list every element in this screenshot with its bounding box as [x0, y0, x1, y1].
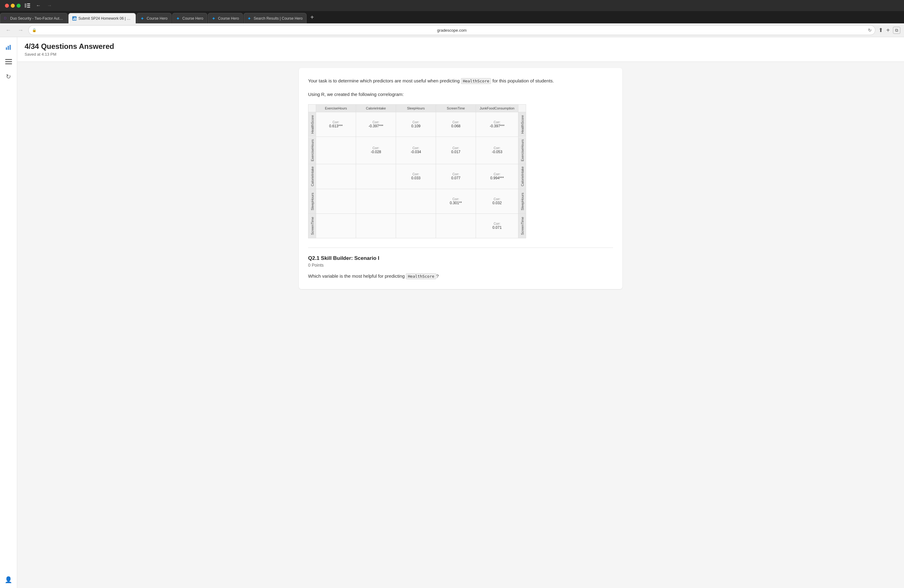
cell-2-3: Corr: 0.077	[436, 164, 476, 189]
questions-answered-label: Questions Answered	[39, 42, 114, 51]
cell-2-2: Corr: 0.033	[396, 164, 436, 189]
tab-duo[interactable]: D Duo Security - Two-Factor Authe...	[0, 13, 68, 24]
health-score-tag: HealthScore	[461, 78, 491, 84]
corr-row-4: ScreenTime Corr: 0.071 ScreenTime	[308, 214, 526, 238]
cell-0-3: Corr: 0.068	[436, 112, 476, 137]
cell-4-3	[436, 214, 476, 238]
q21-title: Q2.1 Skill Builder: Scenario I	[308, 255, 613, 261]
q21-section: Q2.1 Skill Builder: Scenario I 0 Points …	[308, 248, 613, 280]
forward-button[interactable]: →	[45, 1, 54, 10]
col-header-2: SleepHours	[396, 104, 436, 112]
cell-1-1: Corr: -0.028	[356, 137, 396, 164]
svg-rect-12	[5, 59, 12, 60]
svg-rect-7	[75, 17, 75, 20]
sidebar-toggle-button[interactable]	[23, 1, 32, 10]
col-header-1: CalorieIntake	[356, 104, 396, 112]
cell-2-4: Corr: 0.994***	[476, 164, 518, 189]
svg-rect-9	[6, 47, 7, 50]
tab-search-label: Search Results | Course Hero	[254, 16, 303, 21]
browser-main: ↻ 👤 4/34 Questions Answered Saved at 4:1…	[0, 37, 904, 588]
right-label-calorieintake: CalorieIntake	[518, 164, 526, 189]
lock-icon: 🔒	[32, 28, 36, 32]
corr-row-3: SleepHours Corr: 0.301** Corr:	[308, 189, 526, 214]
row-label-healthscore: HealthScore	[308, 112, 316, 137]
cell-0-2: Corr: 0.109	[396, 112, 436, 137]
url-bar-row: ← → 🔒 ↻ ⬆ + ⧉	[0, 24, 904, 37]
row-label-screentime: ScreenTime	[308, 214, 316, 238]
col-header-3: ScreenTime	[436, 104, 476, 112]
q21-text: Which variable is the most helpful for p…	[308, 272, 613, 280]
correlogram-label: Using R, we created the following correl…	[308, 91, 613, 98]
svg-rect-10	[8, 46, 9, 50]
sidebar-user-icon[interactable]: 👤	[2, 574, 15, 586]
tab-coursehero3-label: Course Hero	[218, 16, 239, 21]
svg-rect-5	[73, 19, 73, 20]
share-button[interactable]: ⬆	[879, 27, 883, 33]
cell-1-4: Corr: -0.053	[476, 137, 518, 164]
cell-1-0	[316, 137, 356, 164]
gradescope-favicon	[72, 16, 77, 21]
question-card: Your task is to determine which predicto…	[299, 68, 622, 289]
corr-row-2: CalorieIntake Corr: 0.033 Corr: 0.077	[308, 164, 526, 189]
search-favicon: ✦	[248, 16, 252, 21]
url-input[interactable]	[28, 25, 876, 35]
col-header-0: ExerciseHours	[316, 104, 356, 112]
svg-rect-2	[27, 5, 30, 6]
sidebar-refresh-icon[interactable]: ↻	[2, 70, 15, 83]
corr-row-0: HealthScore Corr: 0.613*** Corr: -0.397*…	[308, 112, 526, 137]
tab-bar: D Duo Security - Two-Factor Authe... Sub…	[0, 11, 904, 24]
intro-text: Your task is to determine which predicto…	[308, 77, 613, 85]
row-label-calorieintake: CalorieIntake	[308, 164, 316, 189]
sidebar-menu-icon[interactable]	[2, 56, 15, 68]
tab-coursehero1-label: Course Hero	[147, 16, 168, 21]
tabs-overview-button[interactable]: ⧉	[893, 27, 900, 34]
svg-rect-3	[27, 7, 30, 8]
right-label-screentime: ScreenTime	[518, 214, 526, 238]
back-nav-button[interactable]: ←	[4, 27, 13, 34]
correlogram-container: ExerciseHours CalorieIntake SleepHours S…	[308, 104, 613, 238]
cell-0-4: Corr: -0.397***	[476, 112, 518, 137]
cell-3-0	[316, 189, 356, 214]
reload-icon[interactable]: ↻	[868, 28, 872, 33]
cell-2-0	[316, 164, 356, 189]
correlogram-header-row: ExerciseHours CalorieIntake SleepHours S…	[308, 104, 526, 112]
add-tab-button[interactable]: +	[886, 27, 890, 34]
url-bar-container[interactable]: 🔒 ↻	[28, 25, 876, 35]
corner-cell-right	[518, 104, 526, 112]
svg-rect-14	[5, 63, 12, 64]
tab-coursehero1[interactable]: ✦ Course Hero	[136, 13, 172, 24]
coursehero3-favicon: ✦	[212, 16, 216, 21]
duo-favicon: D	[4, 16, 8, 21]
cell-4-1	[356, 214, 396, 238]
q21-points: 0 Points	[308, 262, 613, 267]
cell-3-4: Corr: 0.032	[476, 189, 518, 214]
coursehero1-favicon: ✦	[141, 16, 145, 21]
tab-coursehero2[interactable]: ✦ Course Hero	[172, 13, 207, 24]
sidebar-bar-chart-icon[interactable]	[2, 41, 15, 53]
svg-rect-1	[27, 3, 30, 4]
cell-0-0: Corr: 0.613***	[316, 112, 356, 137]
row-label-sleephours: SleepHours	[308, 189, 316, 214]
corner-cell	[308, 104, 316, 112]
cell-1-3: Corr: 0.017	[436, 137, 476, 164]
window-controls: ← →	[5, 1, 54, 10]
svg-rect-6	[74, 18, 74, 20]
svg-rect-8	[76, 18, 76, 20]
cell-0-1: Corr: -0.397***	[356, 112, 396, 137]
tab-gradescope[interactable]: Submit SP24 Homework 06 | Gr...	[68, 13, 136, 24]
svg-rect-13	[5, 61, 12, 62]
svg-rect-0	[25, 3, 27, 8]
page-header: 4/34 Questions Answered Saved at 4:13 PM	[17, 37, 904, 62]
cell-3-3: Corr: 0.301**	[436, 189, 476, 214]
right-label-exercisehours: ExerciseHours	[518, 137, 526, 164]
tab-coursehero3[interactable]: ✦ Course Hero	[208, 13, 243, 24]
cell-4-0	[316, 214, 356, 238]
tab-gradescope-label: Submit SP24 Homework 06 | Gr...	[78, 16, 132, 21]
new-tab-button[interactable]: +	[307, 14, 317, 21]
back-button[interactable]: ←	[34, 1, 43, 10]
right-label-sleephours: SleepHours	[518, 189, 526, 214]
correlogram-table: ExerciseHours CalorieIntake SleepHours S…	[308, 104, 526, 238]
forward-nav-button[interactable]: →	[16, 27, 25, 34]
tab-search-results[interactable]: ✦ Search Results | Course Hero	[243, 13, 307, 24]
coursehero2-favicon: ✦	[176, 16, 180, 21]
